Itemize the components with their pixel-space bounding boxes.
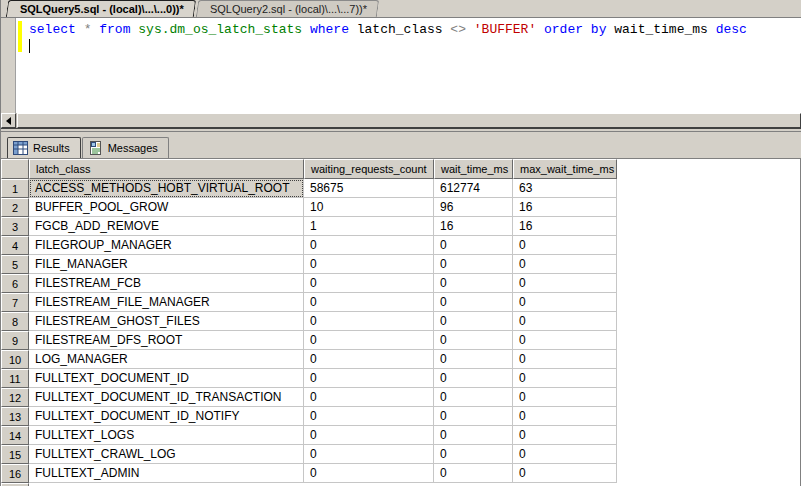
cell-waiting_requests_count[interactable]: 1	[304, 217, 434, 236]
cell-waiting_requests_count[interactable]: 0	[304, 426, 434, 445]
cell-waiting_requests_count[interactable]: 10	[304, 198, 434, 217]
cell-waiting_requests_count[interactable]: 0	[304, 350, 434, 369]
cell-latch_class[interactable]: FILESTREAM_DFS_ROOT	[29, 331, 304, 350]
column-header-waiting_requests_count[interactable]: waiting_requests_count	[304, 159, 434, 179]
cell-latch_class[interactable]: FULLTEXT_CRAWL_LOG	[29, 445, 304, 464]
cell-wait_time_ms[interactable]: 0	[434, 369, 513, 388]
cell-max_wait_time_ms[interactable]: 0	[513, 350, 617, 369]
cell-wait_time_ms[interactable]: 0	[434, 426, 513, 445]
cell-max_wait_time_ms[interactable]: 0	[513, 274, 617, 293]
cell-waiting_requests_count[interactable]: 0	[304, 388, 434, 407]
cell-waiting_requests_count[interactable]: 0	[304, 464, 434, 483]
row-header-11[interactable]: 11	[1, 369, 29, 388]
table-row: 3FGCB_ADD_REMOVE11616	[1, 217, 800, 236]
cell-max_wait_time_ms[interactable]: 0	[513, 331, 617, 350]
cell-wait_time_ms[interactable]: 0	[434, 464, 513, 483]
row-header-7[interactable]: 7	[1, 293, 29, 312]
cell-max_wait_time_ms[interactable]: 0	[513, 426, 617, 445]
results-pane-tab-label: Messages	[108, 142, 158, 154]
scrollbar-thumb[interactable]	[17, 113, 801, 128]
table-row: 7FILESTREAM_FILE_MANAGER000	[1, 293, 800, 312]
table-row: 16FULLTEXT_ADMIN000	[1, 464, 800, 483]
sql-query-line[interactable]: select * from sys.dm_os_latch_stats wher…	[29, 22, 747, 37]
column-header-wait_time_ms[interactable]: wait_time_ms	[434, 159, 513, 179]
cell-wait_time_ms[interactable]: 96	[434, 198, 513, 217]
cell-waiting_requests_count[interactable]: 0	[304, 369, 434, 388]
cell-max_wait_time_ms[interactable]: 0	[513, 464, 617, 483]
table-row: 9FILESTREAM_DFS_ROOT000	[1, 331, 800, 350]
row-header-3[interactable]: 3	[1, 217, 29, 236]
cell-latch_class[interactable]: BUFFER_POOL_GROW	[29, 198, 304, 217]
cell-waiting_requests_count[interactable]: 0	[304, 407, 434, 426]
cell-max_wait_time_ms[interactable]: 0	[513, 236, 617, 255]
row-header-1[interactable]: 1	[1, 179, 29, 198]
cell-latch_class[interactable]: ACCESS_METHODS_HOBT_VIRTUAL_ROOT	[29, 179, 304, 198]
sql-token-keyword: where	[310, 22, 349, 37]
document-tab-2[interactable]: SQLQuery2.sql - (local)\...\...7))*	[196, 0, 379, 17]
cell-max_wait_time_ms[interactable]: 0	[513, 445, 617, 464]
cell-max_wait_time_ms[interactable]: 63	[513, 179, 617, 198]
cell-latch_class[interactable]: FILESTREAM_FILE_MANAGER	[29, 293, 304, 312]
cell-max_wait_time_ms[interactable]: 0	[513, 312, 617, 331]
cell-latch_class[interactable]: FULLTEXT_DOCUMENT_ID_TRANSACTION	[29, 388, 304, 407]
cell-waiting_requests_count[interactable]: 0	[304, 274, 434, 293]
cell-latch_class[interactable]: FULLTEXT_DOCUMENT_ID_NOTIFY	[29, 407, 304, 426]
column-header-max_wait_time_ms[interactable]: max_wait_time_ms	[513, 159, 617, 179]
column-header-latch_class[interactable]: latch_class	[29, 159, 304, 179]
cell-latch_class[interactable]: FGCB_ADD_REMOVE	[29, 217, 304, 236]
cell-waiting_requests_count[interactable]: 0	[304, 293, 434, 312]
grid-corner-cell[interactable]	[1, 159, 29, 179]
row-header-13[interactable]: 13	[1, 407, 29, 426]
cell-max_wait_time_ms[interactable]: 0	[513, 407, 617, 426]
cell-wait_time_ms[interactable]: 0	[434, 388, 513, 407]
cell-max_wait_time_ms[interactable]: 0	[513, 293, 617, 312]
row-header-2[interactable]: 2	[1, 198, 29, 217]
row-header-6[interactable]: 6	[1, 274, 29, 293]
row-header-12[interactable]: 12	[1, 388, 29, 407]
cell-max_wait_time_ms[interactable]: 16	[513, 217, 617, 236]
cell-max_wait_time_ms[interactable]: 0	[513, 255, 617, 274]
cell-latch_class[interactable]: FULLTEXT_DOCUMENT_ID	[29, 369, 304, 388]
cell-wait_time_ms[interactable]: 0	[434, 407, 513, 426]
cell-latch_class[interactable]: FILEGROUP_MANAGER	[29, 236, 304, 255]
cell-wait_time_ms[interactable]: 0	[434, 236, 513, 255]
row-header-16[interactable]: 16	[1, 464, 29, 483]
row-header-8[interactable]: 8	[1, 312, 29, 331]
row-header-14[interactable]: 14	[1, 426, 29, 445]
cell-wait_time_ms[interactable]: 0	[434, 293, 513, 312]
cell-wait_time_ms[interactable]: 612774	[434, 179, 513, 198]
sql-editor[interactable]: select * from sys.dm_os_latch_stats wher…	[1, 18, 801, 113]
cell-latch_class[interactable]: FULLTEXT_ADMIN	[29, 464, 304, 483]
cell-wait_time_ms[interactable]: 0	[434, 445, 513, 464]
document-tab-1[interactable]: SQLQuery5.sql - (local)\...\...0))*	[6, 0, 196, 17]
cell-wait_time_ms[interactable]: 0	[434, 331, 513, 350]
row-header-9[interactable]: 9	[1, 331, 29, 350]
scroll-left-button[interactable]	[1, 113, 16, 128]
cell-waiting_requests_count[interactable]: 0	[304, 255, 434, 274]
cell-waiting_requests_count[interactable]: 0	[304, 445, 434, 464]
row-header-4[interactable]: 4	[1, 236, 29, 255]
editor-horizontal-scrollbar[interactable]	[1, 113, 801, 128]
results-pane-tab-messages[interactable]: Messages	[82, 137, 169, 158]
cell-max_wait_time_ms[interactable]: 16	[513, 198, 617, 217]
cell-wait_time_ms[interactable]: 0	[434, 312, 513, 331]
cell-latch_class[interactable]: FILE_MANAGER	[29, 255, 304, 274]
cell-max_wait_time_ms[interactable]: 0	[513, 388, 617, 407]
cell-waiting_requests_count[interactable]: 0	[304, 236, 434, 255]
cell-latch_class[interactable]: LOG_MANAGER	[29, 350, 304, 369]
cell-latch_class[interactable]: FILESTREAM_FCB	[29, 274, 304, 293]
cell-max_wait_time_ms[interactable]: 0	[513, 369, 617, 388]
row-header-10[interactable]: 10	[1, 350, 29, 369]
cell-waiting_requests_count[interactable]: 0	[304, 312, 434, 331]
cell-waiting_requests_count[interactable]: 58675	[304, 179, 434, 198]
cell-waiting_requests_count[interactable]: 0	[304, 331, 434, 350]
cell-wait_time_ms[interactable]: 0	[434, 274, 513, 293]
row-header-15[interactable]: 15	[1, 445, 29, 464]
cell-wait_time_ms[interactable]: 0	[434, 255, 513, 274]
cell-latch_class[interactable]: FULLTEXT_LOGS	[29, 426, 304, 445]
cell-wait_time_ms[interactable]: 0	[434, 350, 513, 369]
row-header-5[interactable]: 5	[1, 255, 29, 274]
cell-latch_class[interactable]: FILESTREAM_GHOST_FILES	[29, 312, 304, 331]
results-pane-tab-results[interactable]: Results	[7, 137, 81, 158]
cell-wait_time_ms[interactable]: 16	[434, 217, 513, 236]
